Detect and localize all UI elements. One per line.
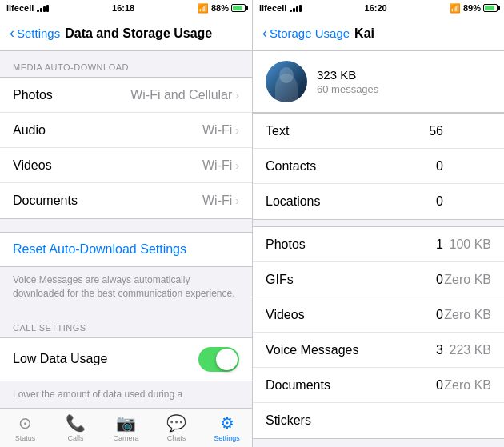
calls-tab-label: Calls	[67, 434, 83, 442]
profile-messages: 60 messages	[317, 83, 378, 95]
stickers-stat-label: Stickers	[266, 413, 419, 428]
list-item[interactable]: Documents Wi-Fi ›	[0, 183, 252, 218]
low-data-usage-row[interactable]: Low Data Usage	[0, 338, 252, 381]
left-battery-icon	[231, 4, 246, 12]
settings-tab-icon: ⚙	[220, 413, 234, 433]
left-status-right: 📶 88%	[198, 3, 246, 14]
camera-tab-icon: 📷	[116, 413, 136, 433]
low-data-info: Lower the amount of data used during a	[0, 381, 252, 408]
avatar	[266, 61, 307, 102]
gifs-stat-row: GIFs 0 Zero KB	[253, 262, 504, 297]
photos-stat-size: 100 KB	[443, 237, 491, 252]
toggle-thumb	[216, 349, 238, 370]
gifs-stat-label: GIFs	[266, 273, 419, 287]
profile-size: 323 KB	[317, 68, 378, 82]
videos-label: Videos	[13, 158, 52, 173]
voice-messages-info: Voice Messages are always automatically …	[0, 267, 252, 312]
contacts-stat-count: 0	[419, 159, 443, 174]
right-battery-icon	[483, 4, 498, 12]
left-back-button[interactable]: ‹ Settings	[10, 25, 60, 42]
right-wifi-icon: 📶	[450, 3, 461, 14]
spacer-1	[0, 219, 252, 225]
left-back-chevron: ‹	[10, 25, 14, 42]
right-battery-fill	[485, 6, 494, 10]
profile-header: 323 KB 60 messages	[253, 51, 504, 113]
right-page-title: Kai	[354, 26, 374, 41]
text-stat-count: 56	[419, 124, 443, 138]
left-back-label: Settings	[17, 26, 60, 40]
right-panel: lifecell 16:20 📶 89% ‹ Storage Usage Kai	[252, 0, 504, 447]
left-time: 16:18	[112, 3, 134, 13]
documents-label: Documents	[13, 194, 78, 208]
tab-settings[interactable]: ⚙ Settings	[202, 413, 252, 442]
voice-messages-stat-row: Voice Messages 3 223 KB	[253, 333, 504, 368]
contacts-stat-row: Contacts 0	[253, 149, 504, 184]
status-tab-icon: ⊙	[18, 413, 32, 433]
right-spacer	[253, 220, 504, 226]
status-tab-label: Status	[15, 434, 36, 442]
right-time: 16:20	[365, 3, 387, 13]
left-page-title: Data and Storage Usage	[65, 26, 212, 41]
voice-messages-stat-size: 223 KB	[443, 343, 491, 357]
left-panel: lifecell 16:18 📶 88% ‹ Settings Data and…	[0, 0, 252, 447]
call-settings-list: Low Data Usage	[0, 337, 252, 381]
stickers-stat-row: Stickers	[253, 403, 504, 438]
low-data-usage-toggle[interactable]	[198, 347, 239, 372]
documents-stat-label: Documents	[266, 378, 419, 393]
left-battery-percent: 88%	[211, 3, 229, 13]
text-stat-label: Text	[266, 124, 419, 138]
documents-setting: Wi-Fi	[202, 194, 232, 208]
right-carrier: lifecell	[259, 3, 286, 13]
left-content: MEDIA AUTO-DOWNLOAD Photos Wi-Fi and Cel…	[0, 51, 252, 408]
chats-tab-label: Chats	[167, 434, 186, 442]
right-battery-percent: 89%	[463, 3, 481, 13]
list-item[interactable]: Audio Wi-Fi ›	[0, 113, 252, 148]
videos-stat-row: Videos 0 Zero KB	[253, 297, 504, 333]
right-back-label: Storage Usage	[270, 26, 350, 40]
list-item[interactable]: Photos Wi-Fi and Cellular ›	[0, 78, 252, 113]
text-stat-row: Text 56	[253, 114, 504, 149]
locations-stat-count: 0	[419, 194, 443, 209]
tab-camera[interactable]: 📷 Camera	[101, 413, 151, 442]
documents-chevron: ›	[235, 194, 239, 207]
low-data-usage-label: Low Data Usage	[13, 352, 107, 366]
list-item[interactable]: Videos Wi-Fi ›	[0, 148, 252, 183]
videos-stat-label: Videos	[266, 308, 419, 322]
left-battery-fill	[233, 6, 242, 10]
videos-stat-count: 0	[419, 308, 443, 322]
right-signal-bar-1	[290, 10, 292, 12]
photos-chevron: ›	[235, 89, 239, 102]
documents-stat-size: Zero KB	[443, 378, 491, 393]
audio-setting: Wi-Fi	[202, 123, 232, 138]
videos-value: Wi-Fi ›	[202, 158, 239, 173]
left-signal-bars	[37, 5, 49, 12]
documents-stat-count: 0	[419, 378, 443, 393]
photos-stat-row: Photos 1 100 KB	[253, 227, 504, 262]
call-settings-header: CALL SETTINGS	[0, 312, 252, 337]
media-stats-group: Photos 1 100 KB GIFs 0 Zero KB Videos 0 …	[253, 226, 504, 439]
top-stats-group: Text 56 Contacts 0 Locations 0	[253, 113, 504, 220]
documents-value: Wi-Fi ›	[202, 194, 239, 208]
left-status-bar: lifecell 16:18 📶 88%	[0, 0, 252, 16]
reset-row[interactable]: Reset Auto-Download Settings	[0, 232, 252, 267]
left-carrier: lifecell	[6, 3, 34, 13]
photos-stat-count: 1	[419, 237, 443, 252]
tab-calls[interactable]: 📞 Calls	[50, 413, 101, 442]
tab-status[interactable]: ⊙ Status	[0, 413, 50, 442]
reset-button-label: Reset Auto-Download Settings	[13, 242, 186, 257]
right-status-right: 📶 89%	[450, 3, 498, 14]
tab-bar: ⊙ Status 📞 Calls 📷 Camera 💬 Chats ⚙ Sett…	[0, 408, 252, 447]
tab-chats[interactable]: 💬 Chats	[151, 413, 202, 442]
media-auto-download-header: MEDIA AUTO-DOWNLOAD	[0, 51, 252, 77]
settings-tab-label: Settings	[214, 434, 240, 442]
audio-chevron: ›	[235, 124, 239, 137]
right-status-bar: lifecell 16:20 📶 89%	[253, 0, 504, 16]
right-content: Text 56 Contacts 0 Locations 0 Photos 1 …	[253, 113, 504, 447]
camera-tab-label: Camera	[113, 434, 138, 442]
right-back-button[interactable]: ‹ Storage Usage	[262, 25, 350, 42]
contacts-stat-label: Contacts	[266, 159, 419, 174]
calls-tab-icon: 📞	[66, 413, 86, 433]
right-signal-bar-4	[299, 5, 302, 12]
signal-bar-4	[46, 5, 49, 12]
locations-stat-label: Locations	[266, 194, 419, 209]
